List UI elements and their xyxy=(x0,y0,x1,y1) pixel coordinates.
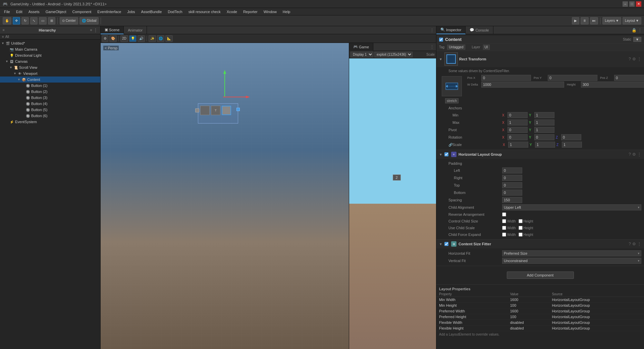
height-field[interactable] xyxy=(581,82,644,88)
layers-dropdown[interactable]: Layers ▼ xyxy=(602,17,621,24)
pos-y-field[interactable] xyxy=(548,75,597,81)
menu-item-window[interactable]: Window xyxy=(261,9,279,14)
pivot-button[interactable]: ⊙ Center xyxy=(60,17,78,24)
inspector-more-icon[interactable]: ⋮ xyxy=(638,28,642,33)
csf-enabled-checkbox[interactable] xyxy=(444,242,448,246)
tree-arrow-4[interactable]: ▼ xyxy=(9,66,13,69)
game-more-icon[interactable]: ⋮ xyxy=(430,45,434,49)
force-width-checkbox[interactable] xyxy=(502,233,506,237)
rot-x-field[interactable] xyxy=(507,134,528,140)
min-y-field[interactable] xyxy=(534,112,554,118)
menu-item-dodtech[interactable]: DodTech xyxy=(165,9,185,14)
tree-item-untitled*[interactable]: ▼🎬Untitled* xyxy=(0,40,100,46)
hlg-more-icon[interactable]: ⋮ xyxy=(637,152,641,157)
hand-tool-button[interactable]: ✋ xyxy=(3,17,11,24)
tree-item-button--1-[interactable]: 🔘Button (1) xyxy=(0,83,100,89)
scale-tool-button[interactable]: ⤡ xyxy=(30,17,38,24)
horizontal-fit-dropdown[interactable]: Unconstrained Preferred Size Min Size xyxy=(502,250,641,256)
horizontal-layout-header[interactable]: ▼ ≡ Horizontal Layout Group ? ⚙ ⋮ xyxy=(436,150,644,159)
rect-transform-header[interactable]: ▼ Rect Transform ? ⚙ ⋮ xyxy=(436,51,644,67)
anchors-widget[interactable] xyxy=(442,76,462,96)
tab-console[interactable]: 💬 Console xyxy=(466,26,493,34)
hlg-settings-icon[interactable]: ⚙ xyxy=(632,152,636,157)
menu-item-edit[interactable]: Edit xyxy=(13,9,25,14)
pause-button[interactable]: ⏸ xyxy=(581,17,589,24)
pos-z-field[interactable] xyxy=(614,75,644,81)
scene-tool-persp[interactable]: 📐 xyxy=(165,35,173,42)
hierarchy-add-icon[interactable]: + xyxy=(90,28,92,33)
play-button[interactable]: ▶ xyxy=(572,17,579,24)
w-delta-field[interactable] xyxy=(481,82,564,88)
scene-tool-audio[interactable]: 🔊 xyxy=(138,35,145,42)
inspector-lock-icon[interactable]: 🔒 xyxy=(632,28,637,33)
use-scale-height-checkbox[interactable] xyxy=(519,226,523,230)
transform-tool-button[interactable]: ⊞ xyxy=(48,17,55,24)
tag-value[interactable]: Untagged xyxy=(447,45,465,50)
max-y-field[interactable] xyxy=(534,119,554,126)
scene-tool-render[interactable]: 🎨 xyxy=(109,35,117,42)
menu-item-eventinterface[interactable]: EventInterface xyxy=(95,9,124,14)
max-x-field[interactable] xyxy=(507,119,528,126)
menu-item-help[interactable]: Help xyxy=(280,9,293,14)
tree-arrow-0[interactable]: ▼ xyxy=(1,42,5,45)
menu-item-gameobject[interactable]: GameObject xyxy=(43,9,69,14)
game-display-select[interactable]: Display 1 xyxy=(351,52,373,57)
reverse-arrangement-checkbox[interactable] xyxy=(502,212,506,216)
tab-inspector[interactable]: 🔍 Inspector xyxy=(436,26,466,34)
csf-help-icon[interactable]: ? xyxy=(629,242,631,246)
rot-z-field[interactable] xyxy=(561,134,581,140)
stretch-badge[interactable]: stretch xyxy=(445,98,459,103)
tree-item-canvas[interactable]: ▼🖼Canvas xyxy=(0,58,100,64)
control-width-checkbox[interactable] xyxy=(502,219,506,223)
csf-more-icon[interactable]: ⋮ xyxy=(637,242,641,246)
tree-item-content[interactable]: ▼📦Content xyxy=(0,77,100,83)
close-button[interactable]: ✕ xyxy=(636,1,641,7)
menu-item-xcode[interactable]: Xcode xyxy=(224,9,240,14)
pivot-y-field[interactable] xyxy=(534,127,554,133)
padding-top-field[interactable] xyxy=(502,182,522,188)
pivot-x-field[interactable] xyxy=(507,127,528,133)
game-btn-2[interactable]: 2 xyxy=(393,174,401,181)
spacing-field[interactable] xyxy=(502,197,522,203)
rect-transform-settings-icon[interactable]: ⚙ xyxy=(632,57,636,61)
tree-item-viewport[interactable]: ▼👁Viewport xyxy=(0,70,100,77)
maximize-button[interactable]: □ xyxy=(629,1,635,7)
layout-dropdown[interactable]: Layout ▼ xyxy=(623,17,641,24)
scene-tool-2d[interactable]: 2D xyxy=(120,35,128,42)
padding-bottom-field[interactable] xyxy=(502,190,522,196)
csf-settings-icon[interactable]: ⚙ xyxy=(632,242,636,246)
menu-item-skill-resource-check[interactable]: skill resource check xyxy=(186,9,223,14)
rot-y-field[interactable] xyxy=(534,134,554,140)
tree-item-button--6-[interactable]: 🔘Button (6) xyxy=(0,113,100,119)
padding-left-field[interactable] xyxy=(502,167,522,173)
menu-item-reporter[interactable]: Reporter xyxy=(240,9,260,14)
menu-item-assetbundle[interactable]: AssetBundle xyxy=(139,9,165,14)
hlg-enabled-checkbox[interactable] xyxy=(444,152,448,156)
use-scale-width-checkbox[interactable] xyxy=(502,226,506,230)
scene-tool-light[interactable]: 💡 xyxy=(129,35,137,42)
padding-right-field[interactable] xyxy=(502,175,522,181)
static-button[interactable]: ▼ xyxy=(633,37,641,42)
tree-item-eventsystem[interactable]: ⚡EventSystem xyxy=(0,119,100,125)
tree-item-button--4-[interactable]: 🔘Button (4) xyxy=(0,101,100,107)
scale-z-field[interactable] xyxy=(562,142,582,148)
object-enabled-checkbox[interactable] xyxy=(439,38,443,42)
menu-item-assets[interactable]: Assets xyxy=(26,9,42,14)
force-height-checkbox[interactable] xyxy=(519,233,523,237)
rect-transform-help-icon[interactable]: ? xyxy=(629,57,631,61)
control-height-checkbox[interactable] xyxy=(519,219,523,223)
scene-scale-handle[interactable] xyxy=(236,108,240,111)
scene-tool-scene[interactable]: 🌐 xyxy=(157,35,164,42)
scene-more-icon[interactable]: ⋮ xyxy=(430,28,434,33)
menu-item-component[interactable]: Component xyxy=(69,9,94,14)
tab-animation[interactable]: Animator xyxy=(124,26,147,34)
scene-canvas[interactable]: < Persp xyxy=(101,43,349,349)
min-x-field[interactable] xyxy=(507,112,528,118)
menu-item-jobs[interactable]: Jobs xyxy=(124,9,138,14)
tab-game[interactable]: 🎮 Game xyxy=(349,43,373,51)
child-alignment-dropdown[interactable]: Upper Left Upper Center Upper Right Midd… xyxy=(502,204,641,210)
step-button[interactable]: ⏭ xyxy=(590,17,598,24)
rect-tool-button[interactable]: ▭ xyxy=(39,17,47,24)
tree-arrow-6[interactable]: ▼ xyxy=(17,78,21,81)
tree-item-main-camera[interactable]: 📷Main Camera xyxy=(0,46,100,52)
